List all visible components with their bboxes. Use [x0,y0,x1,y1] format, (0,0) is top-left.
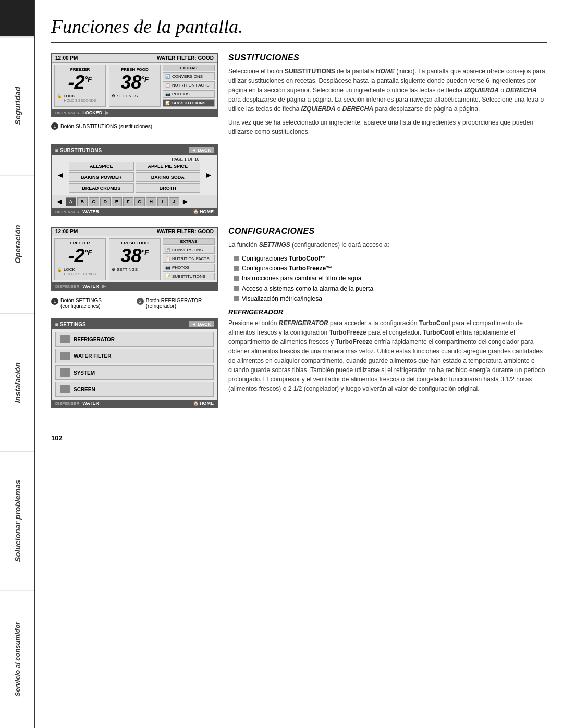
settings-home-btn[interactable]: 🏠 HOME [193,401,214,406]
sidebar-item-instalacion[interactable]: Instalación [0,313,34,451]
hold-label-top: HOLD 3 SECONDS [57,98,103,102]
dispenser-label-bottom: DISPENSER [55,284,79,289]
freezer-section-top: FREEZER -2°F 🔒 LOCK HOLD 3 SECONDS [54,65,106,107]
settings-label-top[interactable]: SETTINGS [117,94,138,98]
substitutions-btn-bottom[interactable]: 📝 SUBSTITUTIONS [163,273,215,280]
settings-dispenser: DISPENSER [55,401,79,406]
system-icon [60,368,70,377]
refrigerator-icon [60,335,70,343]
fridge-extras-bottom: EXTRAS 🔄 CONVERSIONS 📋 NUTRITION FACTS 📷… [163,238,215,280]
photos-btn-top[interactable]: 📷 PHOTOS [163,90,215,98]
sub-content: ◄ PAGE 1 OF 10 ALLSPICE APPLE PIE SPICE … [52,155,217,195]
sub-item-baking-powder[interactable]: BAKING POWDER [69,172,134,182]
alpha-btn-h[interactable]: H [146,197,156,206]
photos-btn-bottom[interactable]: 📷 PHOTOS [163,264,215,272]
main-content: Funciones de la pantalla. 12:00 PM WATER… [35,0,563,728]
settings-screen-item[interactable]: SCREEN [55,382,214,397]
sub-item-broth[interactable]: BROTH [136,183,201,193]
substitutions-btn-top[interactable]: 📝 SUBSTITUTIONS [163,99,215,107]
fridge-top-bar-bottom: 12:00 PM WATER FILTER: GOOD [52,228,217,236]
annotation-num-top: 1 [51,122,58,130]
left-col-top: 12:00 PM WATER FILTER: GOOD FREEZER -2°F… [51,53,218,216]
water-filter-icon [60,352,70,360]
configuraciones-intro: La función SETTINGS (configuraciones) le… [228,240,547,250]
sub-item-bread-crumbs[interactable]: BREAD CRUMBS [69,183,134,193]
refrigerador-text: Presione el botón REFRIGERATOR para acce… [228,318,547,393]
extras-label-bottom: EXTRAS [163,238,215,245]
right-col-bottom: CONFIGURACIONES La función SETTINGS (con… [228,227,547,408]
photos-icon-bottom: 📷 [165,265,170,270]
sidebar-item-operacion[interactable]: Operación [0,175,34,313]
alpha-left-arrow[interactable]: ◄ [54,197,65,206]
lock-label-bottom[interactable]: LOCK [64,267,75,272]
annotation-top: 1 Botón SUBSTITUTIONS (sustituciones) [51,122,218,141]
annotation-num-bottom-1: 1 [51,298,58,305]
nutrition-btn-top[interactable]: 📋 NUTRITION FACTS [163,81,215,89]
conversions-btn-top[interactable]: 🔄 CONVERSIONS [163,72,215,80]
settings-water-filter[interactable]: WATER FILTER [55,349,214,363]
water-status-bottom: WATER [82,283,99,289]
extras-label-top: EXTRAS [163,65,215,71]
sustituciones-header: SUSTITUCIONES [228,53,547,63]
sidebar: Seguridad Operación Instalación Solucion… [0,0,35,728]
configuraciones-header: CONFIGURACIONES [228,227,547,236]
settings-system[interactable]: SYSTEM [55,365,214,380]
fridge-screen-top: 12:00 PM WATER FILTER: GOOD FREEZER -2°F… [51,53,218,117]
substitutions-icon-bottom: 📝 [165,274,170,279]
settings-refrigerator[interactable]: REFRIGERATOR [55,332,214,347]
settings-back-btn[interactable]: ◄ BACK [189,321,214,327]
fridge-filter-bottom: WATER FILTER: GOOD [157,229,214,235]
alpha-btn-i[interactable]: I [157,197,168,206]
fridge-main-area-top: FREEZER -2°F 🔒 LOCK HOLD 3 SECONDS FR [52,63,217,109]
page-info: PAGE 1 OF 10 [67,157,202,162]
alpha-btn-d[interactable]: D [100,197,111,206]
substitutions-screen: ≡ SUBSTITUTIONS ◄ BACK ◄ PAGE 1 OF 10 AL… [51,144,218,216]
conversions-btn-bottom[interactable]: 🔄 CONVERSIONS [163,246,215,254]
settings-section-top: ⚙ SETTINGS [112,94,158,98]
alpha-btn-a[interactable]: A [66,197,76,206]
settings-water: WATER [82,401,99,406]
freezer-section-bottom: FREEZER -2°F 🔒 LOCK HOLD 3 SECONDS [54,238,106,280]
fridge-temps-bottom: FREEZER -2°F 🔒 LOCK HOLD 3 SECONDS FR [54,238,161,280]
alpha-btn-g[interactable]: G [134,197,145,206]
sub-item-baking-soda[interactable]: BAKING SODA [136,172,201,182]
alpha-right-arrow[interactable]: ► [180,197,191,206]
alpha-btn-c[interactable]: C [89,197,99,206]
bullet-metric: Visualización métrica/inglesa [234,294,547,304]
sub-items-grid: ALLSPICE APPLE PIE SPICE BAKING POWDER B… [67,162,202,193]
sidebar-item-solucionar[interactable]: Solucionar problemas [0,451,34,589]
settings-top-bar: ≡ SETTINGS ◄ BACK [52,319,217,329]
sub-left-arrow[interactable]: ◄ [54,168,67,182]
sub-right-arrow[interactable]: ► [202,168,215,182]
alpha-btn-j[interactable]: J [169,197,179,206]
sub-home-btn[interactable]: 🏠 HOME [193,209,214,214]
sustituciones-para2: Una vez que se ha seleccionado un ingred… [228,118,547,137]
sub-item-allspice[interactable]: ALLSPICE [69,162,134,171]
fridge-bottom-bar-bottom: DISPENSER WATER ▶ [52,282,217,290]
fresh-temp-top: 38°F [112,73,158,92]
fridge-temps-top: FREEZER -2°F 🔒 LOCK HOLD 3 SECONDS FR [54,65,161,107]
sidebar-item-servicio[interactable]: Servicio al consumidor [0,590,34,728]
sub-top-bar: ≡ SUBSTITUTIONS ◄ BACK [52,145,217,155]
settings-title: ≡ SETTINGS [55,322,86,327]
sub-items-area: PAGE 1 OF 10 ALLSPICE APPLE PIE SPICE BA… [67,157,202,193]
fridge-time-top: 12:00 PM [55,55,78,61]
bullet-square-1 [234,256,239,261]
settings-label-bottom[interactable]: SETTINGS [117,267,138,272]
settings-icon-bottom: ⚙ [112,267,115,272]
sub-item-apple-pie-spice[interactable]: APPLE PIE SPICE [136,162,201,171]
sub-bottom-bar: DISPENSER WATER 🏠 HOME [52,208,217,215]
alpha-btn-f[interactable]: F [123,197,133,206]
freezer-temp-top: -2°F [57,73,103,92]
sub-back-btn[interactable]: ◄ BACK [189,147,214,153]
alpha-btn-b[interactable]: B [77,197,88,206]
locked-status-top: LOCKED [82,110,102,115]
fridge-time-bottom: 12:00 PM [55,229,78,235]
sidebar-item-seguridad[interactable]: Seguridad [0,36,34,175]
lock-label-top[interactable]: LOCK [64,94,75,98]
alpha-btn-e[interactable]: E [112,197,122,206]
nutrition-btn-bottom[interactable]: 📋 NUTRITION FACTS [163,255,215,263]
bullet-turbofreeze: Configuraciones TurboFreeze™ [234,264,547,274]
photos-icon-top: 📷 [165,92,170,96]
bullet-water-filter: Instrucciones para cambiar el filtro de … [234,274,547,283]
